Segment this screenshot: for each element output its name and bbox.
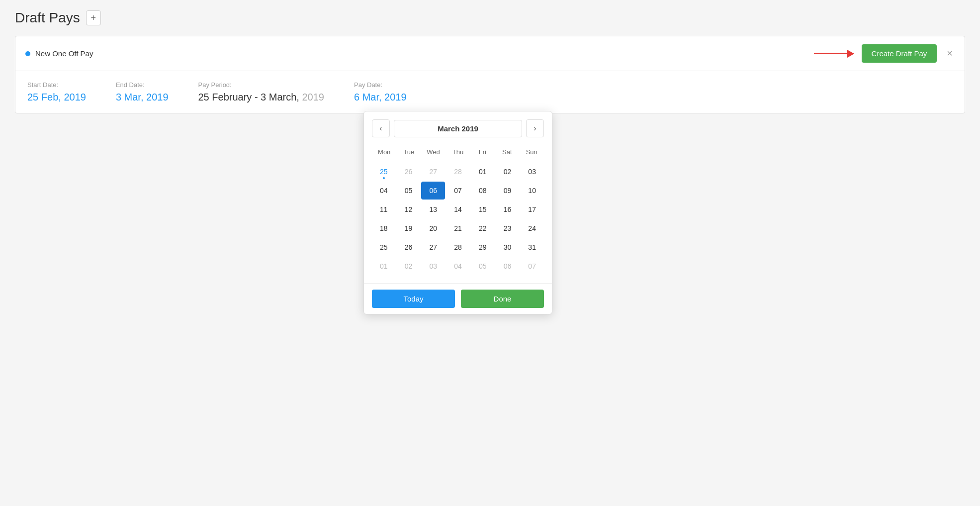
- page-header: Draft Pays +: [15, 10, 965, 26]
- calendar-day[interactable]: 15: [471, 201, 495, 218]
- calendar-day[interactable]: 28: [446, 163, 470, 181]
- pay-period-label: Pay Period:: [198, 81, 324, 89]
- dates-row: Start Date: 25 Feb, 2019 End Date: 3 Mar…: [27, 81, 953, 103]
- calendar-prev-button[interactable]: ‹: [372, 119, 390, 137]
- calendar-day[interactable]: 06: [421, 182, 445, 200]
- pay-date-field: Pay Date: 6 Mar, 2019: [354, 81, 407, 103]
- pay-period-range: 25 February - 3 March,: [198, 92, 299, 102]
- card-title-text: New One Off Pay: [35, 49, 93, 58]
- calendar-day[interactable]: 01: [372, 257, 396, 275]
- calendar-weekday: Sun: [520, 145, 544, 159]
- calendar-day[interactable]: 23: [496, 219, 520, 237]
- calendar-day[interactable]: 02: [397, 257, 421, 275]
- close-card-button[interactable]: ×: [945, 46, 955, 61]
- draft-pay-card: New One Off Pay Create Draft Pay × Start…: [15, 36, 965, 113]
- calendar-day[interactable]: 04: [372, 182, 396, 200]
- card-body: Start Date: 25 Feb, 2019 End Date: 3 Mar…: [15, 71, 965, 113]
- calendar-day[interactable]: 10: [520, 182, 544, 200]
- calendar-today-button[interactable]: Today: [372, 290, 455, 308]
- calendar-day[interactable]: 07: [446, 182, 470, 200]
- end-date-value[interactable]: 3 Mar, 2019: [116, 92, 169, 103]
- calendar-day[interactable]: 16: [496, 201, 520, 218]
- calendar-day[interactable]: 30: [496, 238, 520, 256]
- calendar-day[interactable]: 22: [471, 219, 495, 237]
- calendar-day[interactable]: 27: [421, 238, 445, 256]
- page-title: Draft Pays: [15, 10, 80, 26]
- calendar-day[interactable]: 20: [421, 219, 445, 237]
- start-date-label: Start Date:: [27, 81, 86, 89]
- calendar-day[interactable]: 07: [520, 257, 544, 275]
- calendar-day[interactable]: 28: [446, 238, 470, 256]
- calendar-day[interactable]: 09: [496, 182, 520, 200]
- calendar-weekday: Mon: [372, 145, 396, 159]
- calendar-day[interactable]: 04: [446, 257, 470, 275]
- calendar-days: 2526272801020304050607080910111213141516…: [372, 163, 544, 275]
- calendar-day[interactable]: 25: [372, 163, 396, 181]
- calendar-day[interactable]: 14: [446, 201, 470, 218]
- calendar-day[interactable]: 11: [372, 201, 396, 218]
- calendar-day[interactable]: 24: [520, 219, 544, 237]
- start-date-field: Start Date: 25 Feb, 2019: [27, 81, 86, 103]
- calendar-day[interactable]: 01: [471, 163, 495, 181]
- page-container: Draft Pays + New One Off Pay Create Draf…: [0, 0, 980, 506]
- calendar-day[interactable]: 18: [372, 219, 396, 237]
- calendar-day[interactable]: 03: [421, 257, 445, 275]
- calendar-grid: MonTueWedThuFriSatSun 252627280102030405…: [364, 145, 552, 283]
- calendar-weekday: Sat: [495, 145, 519, 159]
- calendar-day[interactable]: 08: [471, 182, 495, 200]
- arrow-line: [814, 53, 854, 54]
- calendar-weekday: Thu: [445, 145, 470, 159]
- status-dot: [25, 51, 30, 56]
- calendar-weekday: Tue: [396, 145, 421, 159]
- calendar-weekdays: MonTueWedThuFriSatSun: [372, 145, 544, 159]
- calendar-footer: Today Done: [364, 283, 552, 314]
- calendar-day[interactable]: 12: [397, 201, 421, 218]
- calendar-day[interactable]: 26: [397, 238, 421, 256]
- calendar-day[interactable]: 25: [372, 238, 396, 256]
- card-title-row: New One Off Pay: [25, 49, 93, 58]
- calendar-day[interactable]: 27: [421, 163, 445, 181]
- add-draft-pay-button[interactable]: +: [86, 10, 101, 25]
- calendar-header: ‹ March 2019 ›: [364, 111, 552, 145]
- calendar-day[interactable]: 03: [520, 163, 544, 181]
- card-header: New One Off Pay Create Draft Pay ×: [15, 36, 965, 71]
- calendar-day[interactable]: 06: [496, 257, 520, 275]
- calendar-done-button[interactable]: Done: [461, 290, 544, 308]
- calendar-weekday: Fri: [470, 145, 495, 159]
- calendar-popup: ‹ March 2019 › MonTueWedThuFriSatSun 252…: [363, 111, 552, 314]
- pay-period-field: Pay Period: 25 February - 3 March, 2019: [198, 81, 324, 103]
- end-date-field: End Date: 3 Mar, 2019: [116, 81, 169, 103]
- create-draft-pay-button[interactable]: Create Draft Pay: [862, 44, 937, 63]
- calendar-day[interactable]: 29: [471, 238, 495, 256]
- calendar-day[interactable]: 05: [471, 257, 495, 275]
- calendar-weekday: Wed: [421, 145, 445, 159]
- calendar-month-title: March 2019: [394, 120, 522, 137]
- calendar-day[interactable]: 19: [397, 219, 421, 237]
- start-date-value[interactable]: 25 Feb, 2019: [27, 92, 86, 103]
- pay-date-value[interactable]: 6 Mar, 2019: [354, 92, 407, 103]
- calendar-day[interactable]: 05: [397, 182, 421, 200]
- calendar-day[interactable]: 26: [397, 163, 421, 181]
- calendar-day[interactable]: 31: [520, 238, 544, 256]
- calendar-day[interactable]: 17: [520, 201, 544, 218]
- pay-period-value: 25 February - 3 March, 2019: [198, 92, 324, 103]
- calendar-next-button[interactable]: ›: [526, 119, 544, 137]
- pay-date-label: Pay Date:: [354, 81, 407, 89]
- arrow-indicator: [814, 53, 854, 54]
- calendar-day[interactable]: 21: [446, 219, 470, 237]
- calendar-day[interactable]: 13: [421, 201, 445, 218]
- pay-period-year: 2019: [302, 92, 324, 102]
- end-date-label: End Date:: [116, 81, 169, 89]
- card-actions: Create Draft Pay ×: [814, 44, 955, 63]
- calendar-day[interactable]: 02: [496, 163, 520, 181]
